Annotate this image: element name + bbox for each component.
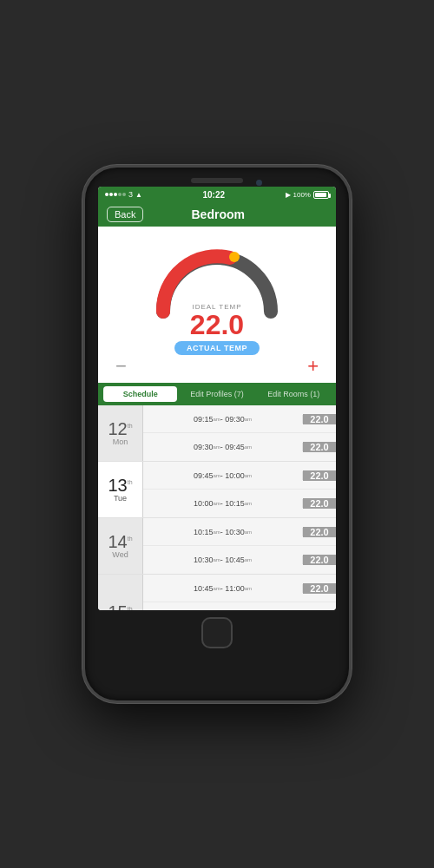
status-time: 10:22 xyxy=(202,190,225,200)
slots-col-13: 09:45am - 10:00am 22.0 10:00am - 10:15am… xyxy=(143,462,336,517)
schedule-day-12: 12th Mon 09:15am - 09:30am 22.0 09:30am … xyxy=(98,405,336,462)
slots-col-14: 10:15am - 10:30am 22.0 10:30am - 10:45am… xyxy=(143,518,336,574)
thermostat-section: IDEAL TEMP 22.0 ACTUAL TEMP − + xyxy=(98,227,336,383)
gauge-svg xyxy=(148,233,286,329)
gauge-container xyxy=(148,233,286,312)
temp-cell: 22.0 xyxy=(303,414,336,424)
battery-icon xyxy=(313,191,329,199)
schedule-day-15: 15th Thu 10:45am - 11:00am 22.0 11:00am … xyxy=(98,575,336,610)
slot-row[interactable]: 09:15am - 09:30am 22.0 xyxy=(143,405,336,433)
tab-edit-rooms[interactable]: Edit Rooms (1) xyxy=(257,386,331,402)
decrease-temp-button[interactable]: − xyxy=(115,357,127,376)
time-slot: 10:30am - 10:45am xyxy=(143,556,303,564)
tab-bar: Schedule Edit Profiles (7) Edit Rooms (1… xyxy=(98,383,336,405)
back-button[interactable]: Back xyxy=(107,207,143,222)
camera xyxy=(256,180,262,186)
day-name-14: Wed xyxy=(112,550,128,559)
schedule-day-14: 14th Wed 10:15am - 10:30am 22.0 10:30am … xyxy=(98,518,336,575)
status-bar: 3 ▲ 10:22 ▶ 100% xyxy=(98,187,336,202)
slot-row[interactable]: 10:00am - 10:15am 22.0 xyxy=(143,490,336,517)
day-sup-14: th xyxy=(128,536,133,542)
page-title: Bedroom xyxy=(192,207,245,221)
day-number-12: 12th xyxy=(108,420,132,437)
dot3 xyxy=(114,193,117,196)
day-name-13: Tue xyxy=(114,494,127,503)
temp-cell: 22.0 xyxy=(303,470,336,481)
signal-dots xyxy=(105,193,126,196)
day-number-15: 15th xyxy=(108,603,132,610)
slot-row[interactable]: 10:15am - 10:30am 22.0 xyxy=(143,518,336,546)
dot2 xyxy=(109,193,113,196)
day-name-12: Mon xyxy=(113,437,128,446)
day-sup-13: th xyxy=(128,479,133,485)
svg-point-0 xyxy=(229,252,240,262)
dot5 xyxy=(122,193,126,196)
temp-controls: − + xyxy=(107,357,327,376)
day-number-13: 13th xyxy=(108,477,132,494)
slot-row[interactable]: 10:45am - 11:00am 22.0 xyxy=(143,575,336,602)
nav-bar: Back Bedroom xyxy=(98,202,336,227)
status-right: ▶ 100% xyxy=(286,191,329,199)
day-cell-15: 15th Thu xyxy=(98,575,143,610)
slot-row[interactable]: 11:00am - 11:15am 22.0 xyxy=(143,602,336,610)
slot-row[interactable]: 09:45am - 10:00am 22.0 xyxy=(143,462,336,490)
slots-col-12: 09:15am - 09:30am 22.0 09:30am - 09:45am… xyxy=(143,405,336,461)
time-slot: 09:15am - 09:30am xyxy=(143,415,303,424)
battery-pct-label: 100% xyxy=(293,191,311,199)
day-number-14: 14th xyxy=(108,533,132,550)
day-cell-14: 14th Wed xyxy=(98,518,143,574)
carrier-label: 3 xyxy=(128,190,133,199)
day-sup-12: th xyxy=(128,423,133,429)
temp-cell: 22.0 xyxy=(303,583,336,594)
schedule-day-13: 13th Tue 09:45am - 10:00am 22.0 10:00am … xyxy=(98,462,336,518)
temp-cell: 22.0 xyxy=(303,527,336,537)
time-slot: 10:00am - 10:15am xyxy=(143,499,303,508)
increase-temp-button[interactable]: + xyxy=(307,357,319,376)
status-left: 3 ▲ xyxy=(105,190,142,199)
dot4 xyxy=(118,193,122,196)
location-icon: ▶ xyxy=(286,191,291,199)
tab-edit-profiles[interactable]: Edit Profiles (7) xyxy=(180,386,253,402)
time-slot: 10:15am - 10:30am xyxy=(143,528,303,536)
actual-temp-button[interactable]: ACTUAL TEMP xyxy=(174,341,260,355)
slot-row[interactable]: 10:30am - 10:45am 22.0 xyxy=(143,546,336,574)
speaker xyxy=(191,178,243,183)
battery-fill xyxy=(315,193,326,197)
time-slot: 09:45am - 10:00am xyxy=(143,471,303,480)
phone-screen: 3 ▲ 10:22 ▶ 100% Back Bedroom xyxy=(98,187,336,610)
temp-cell: 22.0 xyxy=(303,498,336,509)
day-cell-12: 12th Mon xyxy=(98,405,143,461)
temp-cell: 22.0 xyxy=(303,442,336,452)
slot-row[interactable]: 09:30am - 09:45am 22.0 xyxy=(143,433,336,461)
time-slot: 09:30am - 09:45am xyxy=(143,443,303,451)
day-sup-15: th xyxy=(128,606,133,610)
slots-col-15: 10:45am - 11:00am 22.0 11:00am - 11:15am… xyxy=(143,575,336,610)
wifi-icon: ▲ xyxy=(135,191,142,199)
phone-frame: 3 ▲ 10:22 ▶ 100% Back Bedroom xyxy=(82,165,352,703)
day-cell-13: 13th Tue xyxy=(98,462,143,517)
home-button[interactable] xyxy=(201,617,233,648)
temp-cell: 22.0 xyxy=(303,555,336,565)
schedule-list: 12th Mon 09:15am - 09:30am 22.0 09:30am … xyxy=(98,405,336,610)
time-slot: 10:45am - 11:00am xyxy=(143,584,303,593)
dot1 xyxy=(105,193,108,196)
tab-schedule[interactable]: Schedule xyxy=(103,386,177,402)
